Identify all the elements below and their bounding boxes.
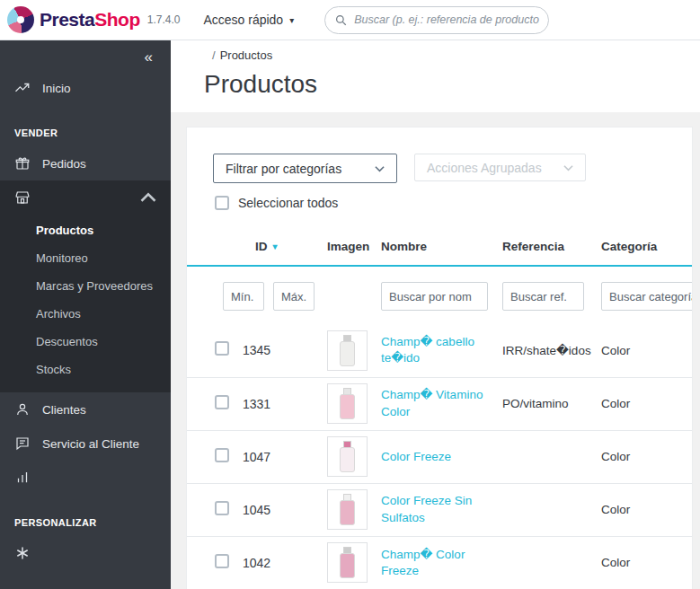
select-all-checkbox[interactable] [215,196,229,210]
table-row[interactable]: 1345 Champ� cabello te�ido IRR/shate�ido… [187,324,692,377]
page-head: /Productos Productos [171,40,700,112]
filter-category-input[interactable] [601,282,693,311]
products-toolbar: Filtrar por categorías Acciones Agrupada… [187,154,692,183]
bottle-graphic [340,494,355,525]
filter-reference-input[interactable] [502,282,584,311]
products-table: ID▾ Imagen Nombre Referencia Categoría [187,234,692,589]
product-category: Color [601,536,692,589]
prestashop-admin: PrestaShop 1.7.4.0 Acceso rápido ▾ « Ini… [0,0,700,589]
product-name-link[interactable]: Champ� Color Freeze [381,547,493,579]
catalogo-submenu: Productos Monitoreo Marcas y Proveedores… [0,215,171,392]
sidebar-item-monitoreo[interactable]: Monitoreo [0,244,171,272]
sidebar-item-modulos[interactable] [0,536,171,570]
breadcrumb: /Productos [212,48,700,62]
row-checkbox[interactable] [215,341,229,356]
bottle-graphic [340,441,355,472]
table-row[interactable]: 1042 Champ� Color Freeze Color [187,536,692,589]
product-name-link[interactable]: Color Freeze Sin Sulfatos [381,493,493,525]
sidebar-group-catalogo: Productos Monitoreo Marcas y Proveedores… [0,180,171,392]
sidebar-item-archivos[interactable]: Archivos [0,300,171,328]
column-nombre: Nombre [381,234,502,266]
content-area: Filtrar por categorías Acciones Agrupada… [171,112,700,589]
sidebar-item-inicio[interactable]: Inicio [0,71,171,105]
bulk-actions-button[interactable]: Acciones Agrupadas [414,154,586,181]
user-icon [14,401,31,418]
sidebar-section-vender: VENDER [0,105,171,146]
sidebar-item-servicio-cliente[interactable]: Servicio al Cliente [0,426,171,461]
prestashop-wordmark: PrestaShop [40,9,140,31]
table-filter-row [187,266,692,324]
version-label: 1.7.4.0 [147,13,181,26]
product-reference [502,536,601,589]
bar-chart-icon [14,470,31,486]
search-input[interactable] [354,13,539,26]
table-row[interactable]: 1331 Champ� Vitamino Color PO/vitamino C… [187,377,692,430]
table-row[interactable]: 1045 Color Freeze Sin Sulfatos Color [187,483,692,536]
top-header: PrestaShop 1.7.4.0 Acceso rápido ▾ [0,0,700,40]
product-image[interactable] [327,436,368,477]
filter-min-input[interactable] [223,282,264,311]
sidebar-item-descuentos[interactable]: Descuentos [0,328,171,356]
filter-name-input[interactable] [381,282,488,311]
products-panel: Filtrar por categorías Acciones Agrupada… [186,127,693,589]
product-id: 1331 [243,377,327,430]
body-layout: « Inicio VENDER Pedidos Productos Monito… [0,40,700,589]
logo-presta: Presta [40,9,94,30]
search-icon [334,13,348,27]
prestashop-logo-icon [7,6,34,33]
sidebar-item-label: Inicio [42,82,71,95]
product-name-link[interactable]: Champ� cabello te�ido [381,334,493,366]
sidebar-item-estadisticas[interactable] [0,461,171,495]
row-checkbox[interactable] [215,501,229,515]
prestashop-logo[interactable]: PrestaShop [7,6,140,33]
gift-icon [14,155,31,171]
sort-icon[interactable]: ▾ [273,242,278,251]
product-id: 1042 [243,536,327,589]
product-name-link[interactable]: Champ� Vitamino Color [381,387,493,419]
filter-categories-button[interactable]: Filtrar por categorías [213,154,397,183]
product-image[interactable] [327,542,368,583]
row-checkbox[interactable] [215,554,229,568]
table-row[interactable]: 1047 Color Freeze Color [187,430,692,483]
column-categoria: Categoría [601,234,692,266]
quick-access-menu[interactable]: Acceso rápido ▾ [203,13,294,27]
bottle-graphic [340,388,355,419]
product-image[interactable] [327,383,368,424]
sidebar-item-label: Servicio al Cliente [42,437,139,451]
sidebar-item-catalogo[interactable] [0,180,171,215]
product-id: 1047 [243,430,327,483]
sidebar-item-label: Clientes [42,403,86,417]
sidebar-item-marcas-proveedores[interactable]: Marcas y Proveedores [0,272,171,300]
filter-max-input[interactable] [273,282,315,311]
breadcrumb-item[interactable]: Productos [220,48,273,62]
product-image[interactable] [327,489,368,530]
product-image[interactable] [327,330,368,371]
product-id: 1045 [243,483,327,536]
sidebar-section-personalizar: PERSONALIZAR [0,495,171,536]
sidebar-item-productos[interactable]: Productos [0,216,171,244]
sidebar-item-pedidos[interactable]: Pedidos [0,146,171,180]
product-name-link[interactable]: Color Freeze [381,449,451,465]
row-checkbox[interactable] [215,395,229,409]
header-checkbox-col [187,234,243,266]
breadcrumb-separator: / [212,48,216,62]
sidebar-item-stocks[interactable]: Stocks [0,356,171,383]
caret-down-icon: ▾ [289,15,294,25]
product-reference [502,430,601,483]
modules-icon [14,545,31,561]
row-checkbox[interactable] [215,448,229,462]
product-category: Color [601,430,692,483]
column-id[interactable]: ID▾ [243,234,327,266]
product-category: Color [601,483,692,536]
page-title: Productos [204,70,700,99]
select-all-label: Seleccionar todos [238,196,338,210]
select-all[interactable]: Seleccionar todos [215,196,692,210]
column-imagen: Imagen [327,234,381,266]
sidebar-item-label: Pedidos [42,157,86,171]
sidebar-collapse-button[interactable]: « [0,40,171,71]
sidebar-item-clientes[interactable]: Clientes [0,392,171,426]
product-id: 1345 [243,324,327,377]
filter-categories-label: Filtrar por categorías [226,162,341,176]
chevron-down-icon [563,164,573,171]
main-area: /Productos Productos Filtrar por categor… [171,40,700,589]
